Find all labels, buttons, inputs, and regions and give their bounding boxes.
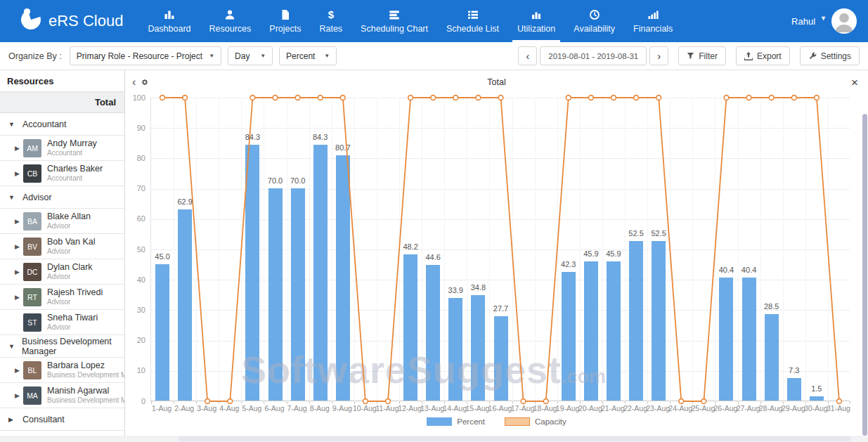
caret-down-icon[interactable]: ▼	[8, 343, 15, 350]
resource-role: Accountant	[47, 149, 97, 157]
chevron-down-icon: ▼	[820, 15, 827, 22]
user-avatar[interactable]	[831, 8, 857, 34]
bar-29-Aug[interactable]	[787, 378, 801, 401]
resource-row-rajesh-trivedi[interactable]: ▶RTRajesh TrivediAdvisor	[0, 285, 124, 310]
caret-right-icon[interactable]: ▶	[15, 145, 23, 152]
bar-2-Aug[interactable]	[178, 209, 192, 401]
bar-27-Aug[interactable]	[742, 278, 756, 401]
bar-20-Aug[interactable]	[584, 261, 598, 401]
resource-name: Manish Agarwal	[47, 386, 124, 396]
resource-row-blake-allan[interactable]: ▶BABlake AllanAdvisor	[0, 209, 124, 234]
nav-item-financials[interactable]: Financials	[624, 0, 682, 42]
bar-23-Aug[interactable]	[652, 241, 666, 401]
close-icon[interactable]: ×	[841, 77, 868, 89]
horizontal-scrollbar-thumb[interactable]	[178, 436, 851, 441]
user-menu[interactable]: Rahul ▼	[791, 0, 868, 42]
resource-row-andy-murray[interactable]: ▶AMAndy MurrayAccountant	[0, 136, 124, 161]
caret-right-icon[interactable]: ▶	[15, 170, 23, 177]
x-tick-label: 31-Aug	[822, 404, 855, 412]
nav-item-schedule-list[interactable]: Schedule List	[437, 0, 508, 42]
bar-26-Aug[interactable]	[719, 278, 733, 401]
legend-item-percent[interactable]: Percent	[427, 417, 485, 426]
nav-item-dashboard[interactable]: Dashboard	[138, 0, 200, 42]
avatar: MA	[23, 386, 41, 405]
bar-30-Aug[interactable]	[810, 396, 824, 401]
caret-right-icon[interactable]: ▶	[15, 243, 23, 250]
caret-right-icon[interactable]: ▶	[15, 367, 23, 374]
caret-right-icon[interactable]: ▶	[15, 294, 23, 301]
date-range-field[interactable]: 2019-08-01 - 2019-08-31	[540, 46, 647, 65]
x-axis: 1-Aug2-Aug3-Aug4-Aug5-Aug6-Aug7-Aug8-Aug…	[150, 404, 850, 414]
gridline	[489, 98, 490, 401]
vertical-scrollbar[interactable]	[862, 114, 867, 436]
bar-value-label: 84.3	[237, 133, 268, 141]
bar-19-Aug[interactable]	[562, 272, 576, 401]
group-row-consultant[interactable]: ▶Consultant	[0, 408, 124, 431]
gridline	[715, 98, 715, 401]
nav-item-label: Availability	[574, 24, 615, 34]
group-row-accountant[interactable]: ▼Accountant	[0, 113, 124, 136]
filter-button[interactable]: Filter	[678, 46, 726, 65]
bar-28-Aug[interactable]	[765, 314, 779, 401]
caret-right-icon[interactable]: ▶	[15, 268, 23, 275]
settings-button[interactable]: Settings	[800, 46, 860, 65]
organize-by-select[interactable]: Primary Role - Resource - Project ▼	[70, 46, 221, 65]
bar-16-Aug[interactable]	[494, 316, 508, 401]
caret-right-icon[interactable]: ▶	[8, 416, 15, 423]
resource-row-dylan-clark[interactable]: ▶DCDylan ClarkAdvisor	[0, 259, 124, 285]
nav-item-rates[interactable]: $Rates	[310, 0, 351, 42]
resource-row-charles-baker[interactable]: ▶CBCharles BakerAccountant	[0, 161, 124, 186]
app-logo[interactable]: eRS Cloud	[0, 0, 123, 42]
resource-role: Business Development Manager	[47, 371, 124, 379]
legend-item-capacity[interactable]: Capacity	[505, 417, 566, 426]
resource-name: Andy Murray	[47, 138, 97, 149]
legend-label: Percent	[457, 417, 485, 426]
bar-15-Aug[interactable]	[471, 295, 485, 401]
caret-right-icon[interactable]: ▶	[15, 218, 23, 225]
gridline	[647, 98, 648, 401]
bar-6-Aug[interactable]	[268, 188, 283, 401]
gear-icon[interactable]	[140, 77, 150, 87]
y-tick-label: 30	[125, 306, 145, 315]
nav-item-utilization[interactable]: Utilization	[508, 0, 564, 42]
resource-row-sneha-tiwari[interactable]: ▶STSneha TiwariAdvisor	[0, 310, 124, 335]
bar-7-Aug[interactable]	[291, 188, 305, 401]
resource-row-barbara-lopez[interactable]: ▶BLBarbara LopezBusiness Development Man…	[0, 358, 124, 383]
bar-22-Aug[interactable]	[629, 241, 643, 401]
caret-down-icon[interactable]: ▼	[8, 121, 15, 128]
bar-21-Aug[interactable]	[607, 261, 621, 401]
bar-8-Aug[interactable]	[313, 145, 328, 401]
wrench-icon	[808, 52, 817, 60]
bar-12-Aug[interactable]	[403, 254, 417, 401]
nav-item-scheduling-chart[interactable]: Scheduling Chart	[351, 0, 437, 42]
resource-row-manish-agarwal[interactable]: ▶MAManish AgarwalBusiness Development Ma…	[0, 383, 124, 408]
collapse-panel-icon[interactable]: ‹	[125, 76, 140, 89]
chart-header: ‹ Total ×	[125, 70, 868, 94]
group-row-business-development-manager[interactable]: ▼Business Development Manager	[0, 335, 124, 358]
sidebar-total-row[interactable]: Total	[0, 92, 124, 113]
legend-swatch	[505, 417, 530, 426]
resource-name: Barbara Lopez	[47, 360, 124, 371]
metric-select[interactable]: Percent ▼	[279, 46, 337, 65]
bar-13-Aug[interactable]	[426, 265, 440, 401]
resource-meta: Barbara LopezBusiness Development Manage…	[47, 360, 124, 379]
export-button[interactable]: Export	[736, 46, 790, 65]
resource-name: Rajesh Trivedi	[47, 287, 103, 298]
utilization-icon	[531, 8, 542, 20]
bar-1-Aug[interactable]	[155, 264, 169, 401]
bar-5-Aug[interactable]	[245, 145, 259, 401]
nav-item-projects[interactable]: Projects	[260, 0, 310, 42]
group-label: Accountant	[22, 119, 67, 129]
next-date-button[interactable]: ›	[649, 46, 668, 65]
horizontal-scrollbar-track[interactable]	[0, 436, 868, 442]
prev-date-button[interactable]: ‹	[518, 46, 537, 65]
group-row-advisor[interactable]: ▼Advisor	[0, 186, 124, 209]
bar-9-Aug[interactable]	[336, 155, 350, 401]
interval-select[interactable]: Day ▼	[228, 46, 273, 65]
caret-down-icon[interactable]: ▼	[8, 194, 15, 201]
nav-item-availability[interactable]: Availability	[564, 0, 624, 42]
nav-item-resources[interactable]: Resources	[200, 0, 261, 42]
caret-right-icon[interactable]: ▶	[15, 392, 23, 399]
resource-row-bob-van-kal[interactable]: ▶BVBob Van KalAdvisor	[0, 234, 124, 259]
bar-14-Aug[interactable]	[448, 298, 462, 401]
